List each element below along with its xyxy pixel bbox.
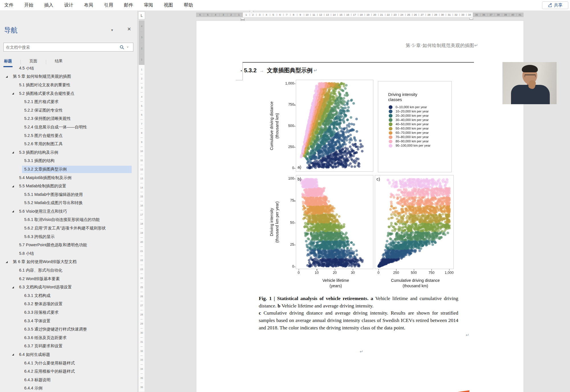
outline-item[interactable]: 5.8 小结 (0, 249, 138, 258)
left-indent-marker[interactable] (241, 20, 245, 21)
tab-stop-selector[interactable]: L (138, 11, 145, 19)
outline-item[interactable]: 6.3.7 页码要求和设置 (0, 342, 138, 351)
outline-item[interactable]: 5.5.2 Matlab生成图片导出和转换 (0, 199, 138, 208)
outline-item-label: 6.2 Word排版基本要素 (19, 276, 60, 281)
outline-item[interactable]: 5.6.2 启用“开发工具”选项卡并构建不规则形状 (0, 224, 138, 233)
ruler-number: 4 (212, 13, 219, 17)
outline-item[interactable]: 6.3 文档构成与Word选项设置 (0, 283, 138, 292)
outline-item[interactable]: 5.2.2 保证图的专业性 (0, 106, 138, 115)
expander-icon[interactable] (6, 261, 8, 263)
menu-item[interactable]: 审阅 (139, 2, 158, 8)
outline-item[interactable]: 5.7 PowerPoint颜色选取和透明色功能 (0, 241, 138, 249)
outline-item[interactable]: 5.6.3 跨线的显示 (0, 233, 138, 241)
search-icon[interactable] (117, 45, 127, 50)
outline-item-label: 6.3.7 页码要求和设置 (24, 344, 63, 348)
caption-segment: Cumulative driving distance and average … (259, 310, 458, 330)
legend-title: Driving intensity classes (388, 92, 417, 102)
menu-item[interactable]: 开始 (19, 2, 39, 8)
outline-item[interactable]: 5.2.5 图片合规性要点 (0, 132, 138, 140)
scatter-panel-a (296, 80, 373, 172)
expander-icon[interactable] (12, 354, 14, 356)
close-icon[interactable]: ✕ (127, 26, 131, 32)
menu-item[interactable]: 设计 (59, 2, 79, 8)
outline-item[interactable]: 6.4.4 示例 (0, 384, 138, 392)
y-tick-label: 1,000 (281, 81, 294, 85)
y-tick-mark (294, 168, 296, 169)
hanging-indent-marker[interactable] (241, 17, 245, 20)
expander-icon[interactable] (12, 286, 14, 288)
outline-item[interactable]: 6.4.3 标题说明 (0, 376, 138, 384)
outline-item[interactable]: 5.2 插图格式要求及合规性要点 (0, 89, 138, 98)
search-dropdown-icon[interactable]: ˅ (127, 46, 133, 49)
outline-item[interactable]: 6.3.3 段落格式要求 (0, 308, 138, 317)
outline-item[interactable]: 6.3.5 通过快捷键进行样式快速调整 (0, 325, 138, 334)
legend-label: 40–50,000 km per year (396, 122, 429, 126)
menu-item[interactable]: 视图 (158, 2, 178, 8)
outline-item[interactable]: 5.3.1 插图的结构 (0, 157, 138, 165)
tab-mark: → (259, 68, 264, 73)
menu-item[interactable]: 布局 (79, 2, 99, 8)
outline-item-label-wrap: 5.3.2 文章插图典型示例 (22, 166, 132, 173)
outline-item[interactable]: 5.2.1 图片格式要求 (0, 98, 138, 106)
outline-item[interactable]: 6.4.2 应用模板中的标题样式 (0, 367, 138, 376)
outline-item[interactable]: 4.5 小结 (0, 67, 138, 73)
outline-item[interactable]: 5.6.1 取消Visio自动连接至形状端点的功能 (0, 216, 138, 224)
outline-item[interactable]: 5.2.4 信息展示自成一体——自明性 (0, 123, 138, 132)
menu-item[interactable]: 邮件 (119, 2, 139, 8)
outline-item[interactable]: 6.3.6 纸张及页边距要求 (0, 334, 138, 342)
share-button[interactable]: 共享 (542, 1, 568, 9)
outline-item[interactable]: 5.5.1 Matlab中图形编辑器的使用 (0, 190, 138, 199)
outline-item[interactable]: 6.4 如何生成标题 (0, 350, 138, 359)
chevron-down-icon[interactable]: ▾ (111, 28, 113, 32)
x-tick-mark (431, 269, 432, 271)
h-ruler-text-area: 1234567891011121314151617181920212223242… (243, 13, 473, 17)
search-input[interactable] (4, 45, 117, 50)
outline-item[interactable]: 6.1 内容、形式与自动化 (0, 266, 138, 275)
outline-item[interactable]: 6.4.1 为什么要使用标题样式 (0, 359, 138, 368)
outline-item-label-wrap: 6.3.4 字体设置 (22, 317, 132, 325)
menu-item[interactable]: 插入 (39, 2, 59, 8)
section-heading[interactable]: ▪ 5.3.2 → 文章插图典型示例 ↵ (241, 67, 317, 74)
legend-swatch (389, 105, 392, 109)
expander-icon[interactable] (12, 210, 14, 212)
outline-item[interactable]: 5.1 插图对论文发表的重要性 (0, 81, 138, 89)
vertical-ruler[interactable]: 4321 12345678910111213141516171819202122… (139, 20, 144, 392)
legend-swatch (389, 110, 392, 113)
outline-item[interactable]: 第 6 章 如何使用Word排版大型文档 (0, 258, 138, 266)
y-tick-label: 100 (281, 176, 294, 180)
y-tick-label: 250 (281, 145, 294, 149)
horizontal-ruler[interactable]: 654321 123456789101112131415161718192021… (196, 13, 524, 17)
outline-item-label: 6.3.6 纸张及页边距要求 (24, 335, 67, 340)
outline-item[interactable]: 第 5 章 如何绘制规范美观的插图 (0, 73, 138, 81)
menu-item[interactable]: 帮助 (178, 2, 198, 8)
outline-item-label: 4.5 小结 (19, 67, 34, 70)
nav-tab[interactable]: 结果 (55, 59, 63, 65)
outline-item[interactable]: 5.2.3 保持图的清晰美观性 (0, 115, 138, 123)
legend-swatch (389, 144, 392, 148)
menu-item[interactable]: 文件 (0, 2, 19, 8)
ruler-number: 41 (516, 13, 524, 17)
nav-tab[interactable]: 页面 (29, 59, 37, 65)
right-indent-marker[interactable] (469, 17, 473, 20)
outline-item[interactable]: 5.4 Matplotlib插图绘制及示例 (0, 174, 138, 182)
outline-item[interactable]: 6.3.4 字体设置 (0, 317, 138, 325)
outline-item[interactable]: 6.3.2 整体选项的设置 (0, 300, 138, 309)
outline-item-label-wrap: 5.5.1 Matlab中图形编辑器的使用 (22, 191, 132, 198)
expander-icon[interactable] (6, 76, 8, 78)
outline-item[interactable]: 5.3.2 文章插图典型示例 (0, 165, 138, 174)
outline-item-label: 5.4 Matplotlib插图绘制及示例 (19, 175, 72, 180)
ruler-number: 2 (139, 43, 144, 54)
expander-icon[interactable] (12, 151, 14, 153)
expander-icon[interactable] (12, 93, 14, 95)
caption-segment: Fig. 1 | Statistical analysis of vehicle… (259, 295, 371, 301)
outline-item-label-wrap: 5.4 Matplotlib插图绘制及示例 (17, 174, 132, 182)
outline-item[interactable]: 6.3.1 文档构成 (0, 292, 138, 300)
outline-item[interactable]: 5.2.6 常用的制图工具 (0, 140, 138, 148)
outline-item[interactable]: 6.2 Word排版基本要素 (0, 275, 138, 283)
expander-icon[interactable] (12, 185, 14, 187)
outline-item[interactable]: 5.6 Visio使用注意点和技巧 (0, 207, 138, 216)
nav-tab[interactable]: 标题 (4, 59, 12, 65)
menu-item[interactable]: 引用 (99, 2, 119, 8)
outline-item[interactable]: 5.5 Matlab绘制插图的设置 (0, 182, 138, 190)
outline-item[interactable]: 5.3 插图的结构及示例 (0, 148, 138, 157)
